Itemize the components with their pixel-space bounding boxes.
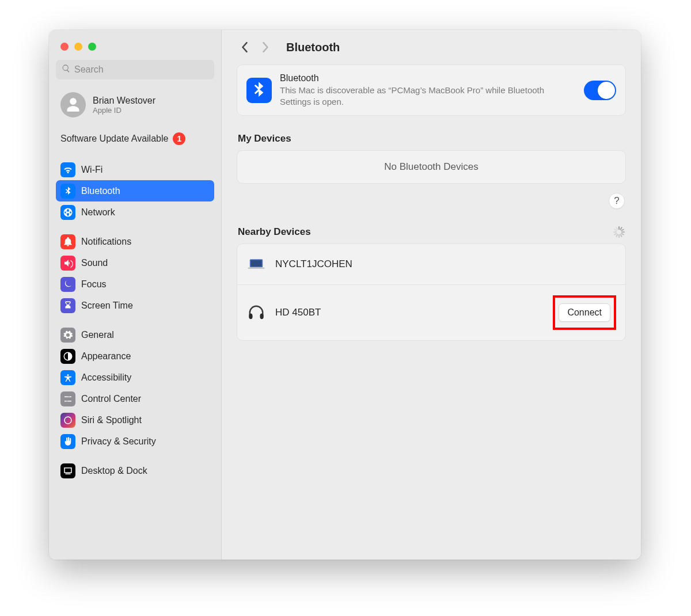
hand-icon <box>60 434 75 449</box>
sidebar-item-label: Appearance <box>81 351 131 362</box>
window-controls <box>56 38 214 60</box>
bluetooth-icon <box>246 78 272 103</box>
svg-rect-2 <box>250 260 261 267</box>
bluetooth-status-subtitle: This Mac is discoverable as “PCMag’s Mac… <box>280 85 576 107</box>
sidebar-item-label: Siri & Spotlight <box>81 415 142 425</box>
sidebar-item-label: Focus <box>81 279 107 290</box>
headphones-icon <box>246 303 266 322</box>
bluetooth-status-card: Bluetooth This Mac is discoverable as “P… <box>237 64 626 116</box>
sidebar-item-network[interactable]: Network <box>56 201 214 223</box>
back-button[interactable] <box>237 39 253 55</box>
sidebar-item-privacy-security[interactable]: Privacy & Security <box>56 431 214 452</box>
sidebar-item-desktop-dock[interactable]: Desktop & Dock <box>56 460 214 481</box>
software-update-label: Software Update Available <box>60 134 168 144</box>
sidebar-item-label: Control Center <box>81 394 141 404</box>
sidebar-item-label: Privacy & Security <box>81 436 156 447</box>
sidebar-item-label: Notifications <box>81 237 131 247</box>
sidebar-item-label: Screen Time <box>81 301 133 311</box>
sidebar-item-bluetooth[interactable]: Bluetooth <box>56 180 214 201</box>
dock-icon <box>60 463 75 478</box>
content-header: Bluetooth <box>222 30 641 64</box>
account-name: Brian Westover <box>93 96 155 106</box>
my-devices-empty: No Bluetooth Devices <box>237 150 626 184</box>
help-button[interactable]: ? <box>609 193 625 209</box>
scanning-spinner-icon <box>613 226 625 238</box>
sidebar-item-label: General <box>81 330 114 340</box>
appearance-icon <box>60 349 75 364</box>
nearby-devices-list: NYCLT1JCOHEN HD 450BT Connect <box>237 244 626 341</box>
accessibility-icon <box>60 370 75 385</box>
nearby-device-row[interactable]: HD 450BT Connect <box>237 284 625 340</box>
nearby-devices-header: Nearby Devices <box>238 226 625 238</box>
software-update-row[interactable]: Software Update Available 1 <box>56 127 214 151</box>
device-name: NYCLT1JCOHEN <box>275 258 616 270</box>
account-row[interactable]: Brian Westover Apple ID <box>56 89 214 127</box>
sidebar-item-label: Network <box>81 207 115 218</box>
sidebar-item-label: Desktop & Dock <box>81 466 147 476</box>
account-subtitle: Apple ID <box>93 106 155 115</box>
bluetooth-icon <box>60 184 75 199</box>
sidebar-item-label: Wi-Fi <box>81 165 102 175</box>
nearby-device-row[interactable]: NYCLT1JCOHEN <box>237 244 625 284</box>
avatar <box>60 92 86 117</box>
sidebar-item-label: Bluetooth <box>81 186 120 196</box>
svg-point-5 <box>260 314 263 320</box>
bluetooth-toggle[interactable] <box>584 81 616 100</box>
sidebar-item-sound[interactable]: Sound <box>56 252 214 273</box>
sound-icon <box>60 256 75 271</box>
highlight-annotation: Connect <box>553 295 616 330</box>
minimize-window-button[interactable] <box>74 43 82 51</box>
device-name: HD 450BT <box>275 307 544 318</box>
network-icon <box>60 205 75 220</box>
sliders-icon <box>60 391 75 406</box>
sidebar: Brian Westover Apple ID Software Update … <box>49 30 222 560</box>
svg-point-4 <box>249 314 252 320</box>
fullscreen-window-button[interactable] <box>88 43 96 51</box>
search-input[interactable] <box>74 64 208 75</box>
my-devices-header: My Devices <box>238 133 625 145</box>
sidebar-item-siri-spotlight[interactable]: Siri & Spotlight <box>56 409 214 431</box>
search-icon <box>62 64 74 76</box>
bell-icon <box>60 234 75 249</box>
update-badge: 1 <box>173 132 185 145</box>
toggle-knob <box>598 82 615 99</box>
sidebar-item-label: Sound <box>81 258 108 268</box>
page-title: Bluetooth <box>286 41 340 54</box>
moon-icon <box>60 277 75 292</box>
system-settings-window: Brian Westover Apple ID Software Update … <box>49 30 641 560</box>
sidebar-item-focus[interactable]: Focus <box>56 273 214 295</box>
wifi-icon <box>60 162 75 177</box>
sidebar-item-appearance[interactable]: Appearance <box>56 345 214 367</box>
siri-icon <box>60 413 75 428</box>
sidebar-item-wifi[interactable]: Wi-Fi <box>56 159 214 180</box>
main-panel: Bluetooth Bluetooth This Mac is discover… <box>222 30 641 560</box>
sidebar-item-notifications[interactable]: Notifications <box>56 231 214 252</box>
sidebar-item-control-center[interactable]: Control Center <box>56 388 214 409</box>
connect-button[interactable]: Connect <box>559 303 610 322</box>
svg-rect-3 <box>248 268 265 269</box>
close-window-button[interactable] <box>60 43 69 51</box>
bluetooth-status-title: Bluetooth <box>280 73 576 83</box>
svg-point-0 <box>64 417 71 424</box>
sidebar-item-screen-time[interactable]: Screen Time <box>56 295 214 316</box>
laptop-icon <box>246 254 266 274</box>
sidebar-item-general[interactable]: General <box>56 324 214 345</box>
sidebar-item-label: Accessibility <box>81 372 131 383</box>
search-field[interactable] <box>56 60 214 79</box>
hourglass-icon <box>60 298 75 313</box>
sidebar-item-accessibility[interactable]: Accessibility <box>56 367 214 388</box>
forward-button[interactable] <box>257 39 274 55</box>
gear-icon <box>60 328 75 343</box>
